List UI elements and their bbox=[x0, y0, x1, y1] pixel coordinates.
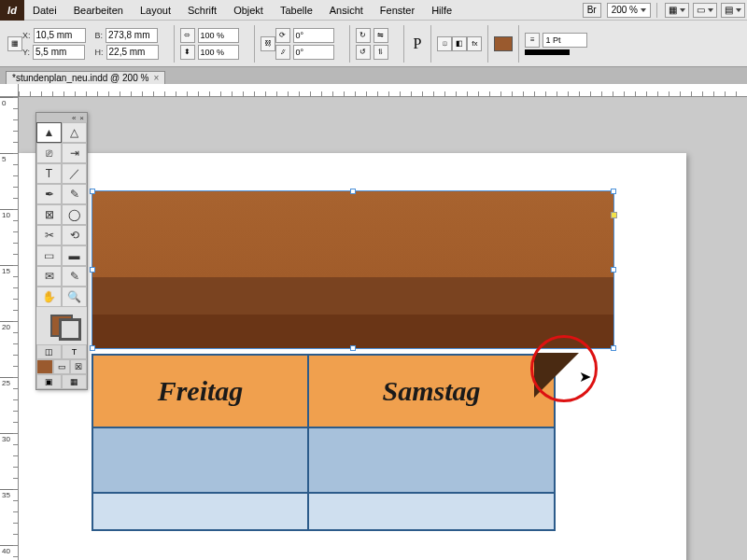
stroke-color-swatch[interactable] bbox=[59, 318, 81, 341]
table-cell[interactable] bbox=[92, 427, 308, 493]
scale-x-field[interactable]: 100 % bbox=[198, 28, 239, 43]
fill-stroke-swatch[interactable] bbox=[36, 307, 87, 344]
bridge-button[interactable]: Br bbox=[583, 3, 601, 18]
pen-tool[interactable]: ✒ bbox=[36, 184, 62, 204]
view-mode-button[interactable]: ▦ bbox=[665, 3, 689, 18]
rectangle-tool[interactable]: ◯ bbox=[62, 204, 87, 225]
y-label: Y: bbox=[22, 48, 30, 57]
gradient-swatch[interactable]: ▭ bbox=[36, 245, 62, 266]
x-field[interactable] bbox=[34, 28, 86, 43]
menu-objekt[interactable]: Objekt bbox=[225, 5, 272, 16]
format-container-icon[interactable]: ◫ bbox=[36, 344, 62, 359]
menu-tabelle[interactable]: Tabelle bbox=[272, 5, 321, 16]
paragraph-p-icon[interactable]: P bbox=[414, 35, 422, 52]
zoom-level[interactable]: 200 % bbox=[607, 3, 651, 18]
menu-layout[interactable]: Layout bbox=[132, 5, 179, 16]
rotate-cw-icon[interactable]: ↻ bbox=[356, 28, 371, 43]
document-tab-title: *stundenplan_neu.indd @ 200 % bbox=[12, 73, 148, 83]
horizontal-ruler[interactable]: 2252302352402452502552602652702752802852… bbox=[19, 84, 747, 97]
document-tab[interactable]: *stundenplan_neu.indd @ 200 % × bbox=[6, 71, 165, 84]
timetable[interactable]: FreitagSamstag bbox=[92, 354, 556, 531]
menu-bar: Id Datei Bearbeiten Layout Schrift Objek… bbox=[0, 0, 747, 21]
control-bar: ▦ X: Y: B: H: ⬄100 % ⬍100 % ⛓ ⟳0° ⫽0° ↻⇋… bbox=[0, 21, 747, 67]
normal-view-icon[interactable]: ▣ bbox=[36, 374, 62, 389]
selection-tool[interactable]: ▲ bbox=[36, 122, 62, 143]
reference-point[interactable]: ▦ bbox=[7, 36, 22, 51]
scale-y-icon: ⬍ bbox=[180, 45, 195, 60]
gap-tool[interactable]: ⇥ bbox=[62, 143, 87, 163]
table-cell-samstag[interactable]: Samstag bbox=[308, 355, 555, 427]
scale-y-field[interactable]: 100 % bbox=[198, 45, 239, 60]
direct-selection-tool[interactable]: △ bbox=[62, 122, 87, 143]
app-icon: Id bbox=[0, 0, 24, 21]
preview-mode-icon[interactable]: ▦ bbox=[62, 374, 87, 389]
pencil-tool[interactable]: ✎ bbox=[62, 184, 87, 204]
gradient-feather[interactable]: ▬ bbox=[62, 245, 87, 266]
scale-x-icon: ⬄ bbox=[180, 28, 195, 43]
table-row bbox=[92, 493, 555, 530]
tools-panel[interactable]: «× ▲△⎚⇥T／✒✎⊠◯✂⟲▭▬✉✎✋🔍 ◫ T ▭ ☒ ▣ ▦ bbox=[35, 112, 88, 390]
w-field[interactable] bbox=[106, 28, 158, 43]
hand-tool[interactable]: ✋ bbox=[36, 287, 62, 307]
type-tool[interactable]: T bbox=[36, 163, 62, 184]
effects-icon[interactable]: fx bbox=[467, 36, 482, 51]
note-tool[interactable]: ✉ bbox=[36, 266, 62, 287]
rotate-field[interactable]: 0° bbox=[293, 28, 334, 43]
x-label: X: bbox=[22, 31, 31, 40]
close-icon[interactable]: × bbox=[79, 114, 84, 122]
vertical-ruler[interactable]: 0510152025303540 bbox=[0, 84, 19, 560]
flip-v-icon[interactable]: ⥮ bbox=[374, 45, 388, 60]
table-cell[interactable] bbox=[308, 493, 555, 530]
rotate-ccw-icon[interactable]: ↺ bbox=[356, 45, 371, 60]
table-cell-freitag[interactable]: Freitag bbox=[92, 355, 308, 427]
screen-mode-button[interactable]: ▭ bbox=[693, 3, 717, 18]
scissors-tool[interactable]: ✂ bbox=[36, 225, 62, 245]
menu-schrift[interactable]: Schrift bbox=[179, 5, 225, 16]
menu-bearbeiten[interactable]: Bearbeiten bbox=[65, 5, 132, 16]
apply-none-icon[interactable]: ☒ bbox=[70, 359, 87, 374]
apply-gradient-icon[interactable]: ▭ bbox=[53, 359, 70, 374]
ruler-origin[interactable] bbox=[0, 84, 19, 97]
menu-datei[interactable]: Datei bbox=[24, 5, 65, 16]
shear-field[interactable]: 0° bbox=[293, 45, 334, 60]
text-wrap-icon[interactable]: ⎅ bbox=[437, 36, 452, 51]
stroke-weight-icon: ≡ bbox=[525, 33, 540, 48]
table-cell[interactable] bbox=[308, 427, 555, 493]
document-tab-bar: *stundenplan_neu.indd @ 200 % × bbox=[0, 67, 747, 84]
close-tab-icon[interactable]: × bbox=[153, 73, 159, 83]
panel-titlebar[interactable]: «× bbox=[36, 113, 87, 122]
h-field[interactable] bbox=[106, 45, 159, 60]
page-tool[interactable]: ⎚ bbox=[36, 143, 62, 163]
flip-h-icon[interactable]: ⇋ bbox=[374, 28, 388, 43]
table-row bbox=[92, 427, 555, 493]
table-row: FreitagSamstag bbox=[92, 355, 555, 427]
table-cell[interactable] bbox=[92, 493, 308, 530]
document-canvas[interactable]: FreitagSamstag ➤ bbox=[19, 97, 747, 560]
link-icon[interactable]: ⛓ bbox=[261, 36, 275, 51]
format-text-icon[interactable]: T bbox=[62, 344, 87, 359]
menu-hilfe[interactable]: Hilfe bbox=[423, 5, 460, 16]
corner-options-icon[interactable]: ◧ bbox=[452, 36, 467, 51]
rotate-icon: ⟳ bbox=[275, 28, 290, 43]
h-label: H: bbox=[95, 48, 104, 57]
menu-ansicht[interactable]: Ansicht bbox=[321, 5, 372, 16]
shear-icon: ⫽ bbox=[275, 45, 290, 60]
menu-fenster[interactable]: Fenster bbox=[372, 5, 423, 16]
selected-frame[interactable] bbox=[92, 190, 614, 349]
fill-swatch[interactable] bbox=[494, 36, 513, 51]
apply-color-icon[interactable] bbox=[36, 359, 53, 374]
collapse-icon[interactable]: « bbox=[72, 114, 76, 122]
free-transform-tool[interactable]: ⟲ bbox=[62, 225, 87, 245]
y-field[interactable] bbox=[33, 45, 85, 60]
eyedropper-tool[interactable]: ✎ bbox=[62, 266, 87, 287]
stroke-style[interactable] bbox=[525, 49, 570, 55]
w-label: B: bbox=[95, 31, 104, 40]
mouse-cursor-icon: ➤ bbox=[579, 368, 591, 385]
line-tool[interactable]: ／ bbox=[62, 163, 87, 184]
stroke-weight-field[interactable]: 1 Pt bbox=[543, 33, 587, 48]
arrange-button[interactable]: ▤ bbox=[721, 3, 745, 18]
rectangle-frame-tool[interactable]: ⊠ bbox=[36, 204, 62, 225]
zoom-tool[interactable]: 🔍 bbox=[62, 287, 87, 307]
